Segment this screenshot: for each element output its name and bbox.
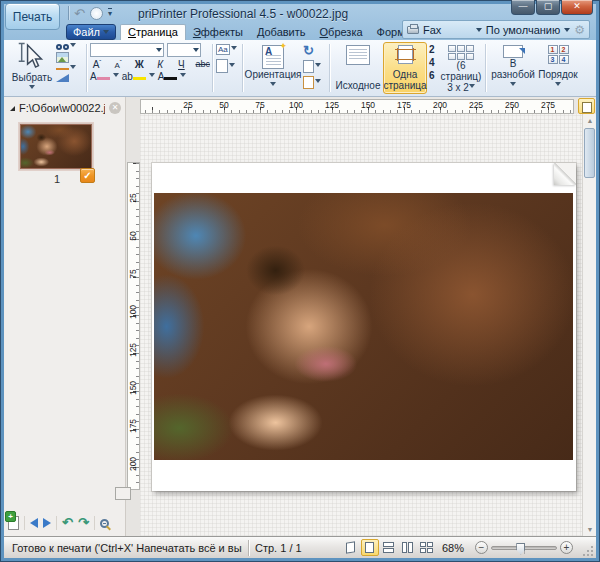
- pages-2-button[interactable]: 2: [429, 44, 435, 55]
- view-mode-facing[interactable]: [399, 539, 417, 556]
- horizontal-ruler[interactable]: 25 50 75 100 125 150 175 200 225 250 275: [140, 99, 574, 114]
- hruler-tick: 225: [466, 100, 486, 110]
- find-icon[interactable]: [56, 44, 69, 50]
- grow-font-button[interactable]: Аˆ: [90, 59, 104, 70]
- page-checkbox[interactable]: ✓: [80, 168, 95, 183]
- hruler-tick: 275: [538, 100, 558, 110]
- chevron-down-icon[interactable]: [180, 73, 186, 80]
- zoom-out-icon[interactable]: [100, 519, 109, 528]
- undo-icon[interactable]: ↶: [74, 7, 85, 20]
- chevron-down-icon[interactable]: [564, 28, 570, 35]
- customize-toolbar-icon[interactable]: ▾: [108, 8, 112, 18]
- view-mode-continuous[interactable]: [380, 539, 398, 556]
- font-size-select[interactable]: [167, 43, 201, 57]
- scrollbar-thumb[interactable]: [584, 128, 595, 178]
- tab-page[interactable]: Страница: [120, 24, 186, 40]
- view-mode-3d[interactable]: [342, 539, 360, 556]
- page-thumbnail[interactable]: [20, 124, 92, 169]
- order-button[interactable]: 1234 Порядок: [538, 42, 578, 94]
- printer-name-dropdown[interactable]: Fax: [423, 24, 472, 36]
- resize-grip[interactable]: [582, 545, 594, 557]
- minimize-button[interactable]: —: [511, 0, 535, 15]
- hruler-tick: 175: [394, 100, 414, 110]
- watermark-icon[interactable]: [56, 68, 69, 70]
- vruler-tick: 75: [128, 266, 138, 282]
- underline-button[interactable]: Ч: [174, 59, 188, 70]
- chevron-down-icon: [29, 85, 35, 92]
- rotate-right-icon[interactable]: ↷: [78, 516, 89, 530]
- status-bar: Готово к печати ('Ctrl+X' Напечатать всё…: [4, 536, 596, 558]
- tab-effects[interactable]: Эффекты: [186, 25, 250, 40]
- main-area: F:\Обои\w00022.jpg ✕ 1 ✓ ↶ ↷ 25 50: [4, 97, 596, 536]
- chevron-down-icon[interactable]: [70, 65, 76, 72]
- print-preview-area[interactable]: [140, 114, 582, 536]
- clear-format-button[interactable]: А: [90, 71, 110, 82]
- rotate-pages-icon[interactable]: ↻: [303, 44, 321, 57]
- group-separator: [86, 44, 87, 92]
- pages-6-button[interactable]: 6: [429, 70, 435, 81]
- preview-page[interactable]: [152, 163, 576, 491]
- group-separator: [485, 44, 486, 92]
- chevron-down-icon[interactable]: [113, 73, 119, 80]
- font-color-button[interactable]: А: [158, 71, 178, 82]
- view-mode-single-page[interactable]: [361, 539, 379, 556]
- select-tool-button[interactable]: Выбрать: [10, 42, 54, 94]
- one-page-button[interactable]: Однастраница: [383, 42, 427, 94]
- thumbnail-number: 1: [54, 173, 60, 185]
- print-button[interactable]: Печать: [5, 3, 60, 30]
- printer-profile-dropdown[interactable]: По умолчанию: [486, 24, 560, 36]
- gear-icon[interactable]: ⚙: [574, 24, 585, 36]
- next-page-icon[interactable]: [43, 518, 51, 528]
- file-menu-button[interactable]: Файл: [66, 24, 116, 40]
- order-icon: 1234: [548, 45, 569, 64]
- text-style-icon[interactable]: Aa: [216, 44, 230, 55]
- bold-button[interactable]: Ж: [132, 59, 146, 70]
- pages-4-button[interactable]: 4: [429, 57, 435, 68]
- chevron-down-icon[interactable]: [229, 63, 235, 70]
- shrink-font-button[interactable]: Аˇ: [111, 59, 125, 70]
- page-setup-button[interactable]: [578, 98, 595, 114]
- redo-icon[interactable]: [90, 7, 103, 20]
- chevron-down-icon[interactable]: [231, 46, 237, 53]
- shuffle-button[interactable]: Вразнобой: [490, 42, 536, 94]
- six-pages-button[interactable]: (6 страниц)3 x 2: [440, 42, 482, 94]
- hruler-tick: 125: [322, 100, 342, 110]
- orientation-button[interactable]: A✦ Ориентация: [247, 42, 299, 94]
- vertical-ruler[interactable]: 25 50 75 100 125 150 175 200: [127, 162, 140, 490]
- collapse-icon[interactable]: [10, 106, 15, 111]
- font-family-select[interactable]: [90, 43, 164, 57]
- chevron-down-icon[interactable]: [70, 43, 76, 50]
- italic-button[interactable]: К: [153, 59, 167, 70]
- chevron-down-icon[interactable]: [149, 73, 155, 80]
- vertical-scrollbar[interactable]: ▲ ▼: [582, 114, 596, 536]
- window-controls: — ▢ ✕: [510, 0, 593, 15]
- tab-insert[interactable]: Добавить: [250, 25, 313, 40]
- divider: [56, 516, 57, 530]
- original-layout-button[interactable]: Исходное: [335, 42, 381, 94]
- chevron-down-icon[interactable]: [315, 63, 321, 70]
- highlight-button[interactable]: ab: [122, 71, 146, 82]
- maximize-button[interactable]: ▢: [536, 0, 560, 15]
- close-button[interactable]: ✕: [561, 0, 593, 15]
- scroll-up-icon[interactable]: ▲: [583, 114, 597, 127]
- zoom-out-button[interactable]: −: [475, 541, 488, 554]
- previous-page-icon[interactable]: [30, 518, 38, 528]
- close-icon[interactable]: ✕: [109, 102, 121, 114]
- chevron-down-icon[interactable]: [315, 79, 321, 86]
- file-path-label: F:\Обои\w00022.jpg: [19, 102, 105, 114]
- zoom-slider[interactable]: [491, 546, 557, 550]
- tab-crop[interactable]: Обрезка: [313, 25, 370, 40]
- group-separator: [329, 44, 330, 92]
- chevron-down-icon[interactable]: [476, 28, 482, 35]
- page-size-icon[interactable]: [303, 60, 314, 73]
- view-mode-thumbnails[interactable]: [418, 539, 436, 556]
- rotate-left-icon[interactable]: ↶: [62, 516, 73, 530]
- add-page-icon[interactable]: [8, 516, 19, 530]
- app-window: Печать ↶ ▾ priPrinter Professional 4.5 -…: [0, 0, 600, 562]
- page-style-icon[interactable]: [216, 59, 228, 73]
- scroll-down-icon[interactable]: ▼: [583, 523, 597, 536]
- strikethrough-button[interactable]: abc: [195, 59, 210, 70]
- zoom-in-button[interactable]: +: [560, 541, 573, 554]
- shuffle-page-icon: [503, 45, 523, 58]
- page-margins-icon[interactable]: [303, 76, 314, 89]
